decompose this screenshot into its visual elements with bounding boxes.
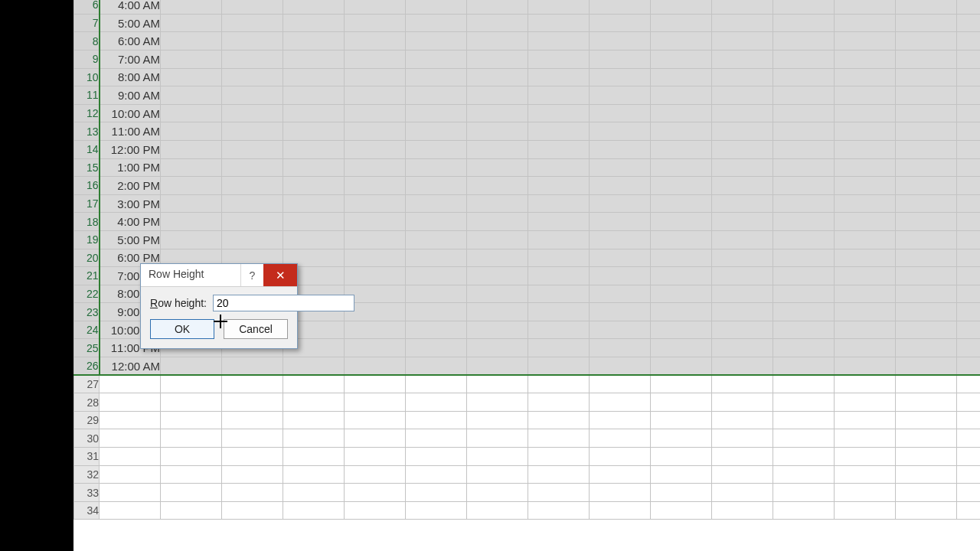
cell[interactable] — [161, 357, 222, 376]
cell[interactable] — [528, 68, 590, 86]
cell[interactable] — [835, 140, 896, 158]
spreadsheet[interactable]: 42:00 AM53:00 AM64:00 AM75:00 AM86:00 AM… — [74, 0, 980, 520]
cell[interactable] — [406, 448, 467, 466]
cell[interactable] — [835, 357, 896, 376]
cell[interactable] — [712, 375, 773, 393]
cell[interactable] — [896, 158, 957, 177]
cell[interactable] — [161, 429, 222, 448]
cell[interactable] — [773, 50, 835, 68]
cell[interactable] — [712, 321, 773, 339]
cell[interactable] — [283, 194, 345, 213]
cell[interactable] — [528, 213, 590, 231]
cell[interactable] — [590, 501, 651, 520]
cell[interactable] — [406, 230, 467, 249]
cell[interactable] — [345, 249, 406, 267]
cell[interactable] — [528, 194, 590, 213]
cell[interactable] — [651, 267, 712, 285]
cell[interactable] — [590, 429, 651, 448]
cell[interactable] — [406, 68, 467, 86]
dialog-close-button[interactable]: ✕ — [263, 264, 297, 286]
cell[interactable] — [896, 104, 957, 122]
cell[interactable] — [835, 321, 896, 339]
cell[interactable] — [406, 339, 467, 357]
cell[interactable] — [773, 267, 835, 285]
time-cell[interactable]: 5:00 PM — [100, 230, 161, 249]
cell[interactable] — [896, 484, 957, 502]
cell[interactable] — [896, 465, 957, 484]
cell[interactable] — [651, 303, 712, 321]
cell[interactable] — [222, 140, 283, 158]
cell[interactable] — [467, 501, 528, 520]
cell[interactable] — [528, 230, 590, 249]
cell[interactable] — [590, 321, 651, 339]
cell[interactable] — [590, 0, 651, 14]
cell[interactable] — [835, 465, 896, 484]
ok-button[interactable]: OK — [150, 319, 214, 339]
cell[interactable] — [773, 285, 835, 303]
cell[interactable] — [957, 194, 981, 213]
cell[interactable] — [957, 230, 981, 249]
cell[interactable] — [835, 303, 896, 321]
cell[interactable] — [590, 303, 651, 321]
cell[interactable] — [773, 32, 835, 51]
cell[interactable] — [957, 249, 981, 267]
cell[interactable] — [222, 14, 283, 32]
cell[interactable] — [957, 448, 981, 466]
cell[interactable] — [467, 194, 528, 213]
cell[interactable] — [651, 375, 712, 393]
cell[interactable] — [345, 14, 406, 32]
cell[interactable] — [161, 122, 222, 141]
cell[interactable] — [712, 213, 773, 231]
cell[interactable] — [835, 267, 896, 285]
cell[interactable] — [896, 321, 957, 339]
cell[interactable] — [528, 393, 590, 412]
cell[interactable] — [345, 501, 406, 520]
cell[interactable] — [406, 14, 467, 32]
cell[interactable] — [835, 86, 896, 105]
time-cell[interactable] — [100, 411, 161, 429]
cell[interactable] — [222, 158, 283, 177]
row-header[interactable]: 9 — [74, 50, 100, 68]
cell[interactable] — [590, 267, 651, 285]
cell[interactable] — [222, 465, 283, 484]
cell[interactable] — [590, 194, 651, 213]
cell[interactable] — [773, 68, 835, 86]
cell[interactable] — [957, 393, 981, 412]
cell[interactable] — [835, 429, 896, 448]
time-cell[interactable] — [100, 448, 161, 466]
cell[interactable] — [896, 448, 957, 466]
cell[interactable] — [406, 122, 467, 141]
cell[interactable] — [345, 393, 406, 412]
cell[interactable] — [528, 321, 590, 339]
cell[interactable] — [528, 448, 590, 466]
cell[interactable] — [406, 50, 467, 68]
row-header[interactable]: 17 — [74, 194, 100, 213]
cell[interactable] — [161, 194, 222, 213]
cell[interactable] — [406, 104, 467, 122]
cell[interactable] — [528, 140, 590, 158]
cell[interactable] — [528, 104, 590, 122]
cell[interactable] — [590, 213, 651, 231]
cell[interactable] — [896, 267, 957, 285]
cell[interactable] — [835, 411, 896, 429]
cell[interactable] — [406, 375, 467, 393]
row-header[interactable]: 13 — [74, 122, 100, 141]
cell[interactable] — [590, 86, 651, 105]
cell[interactable] — [161, 465, 222, 484]
cell[interactable] — [957, 68, 981, 86]
cell[interactable] — [528, 0, 590, 14]
cell[interactable] — [957, 50, 981, 68]
cell[interactable] — [528, 86, 590, 105]
row-header[interactable]: 14 — [74, 140, 100, 158]
dialog-help-button[interactable]: ? — [240, 264, 263, 286]
cell[interactable] — [957, 429, 981, 448]
cell[interactable] — [835, 213, 896, 231]
cell[interactable] — [712, 32, 773, 51]
cell[interactable] — [528, 122, 590, 141]
cell[interactable] — [651, 484, 712, 502]
cell[interactable] — [896, 501, 957, 520]
cell[interactable] — [161, 32, 222, 51]
row-header[interactable]: 12 — [74, 104, 100, 122]
cell[interactable] — [835, 230, 896, 249]
cell[interactable] — [222, 501, 283, 520]
